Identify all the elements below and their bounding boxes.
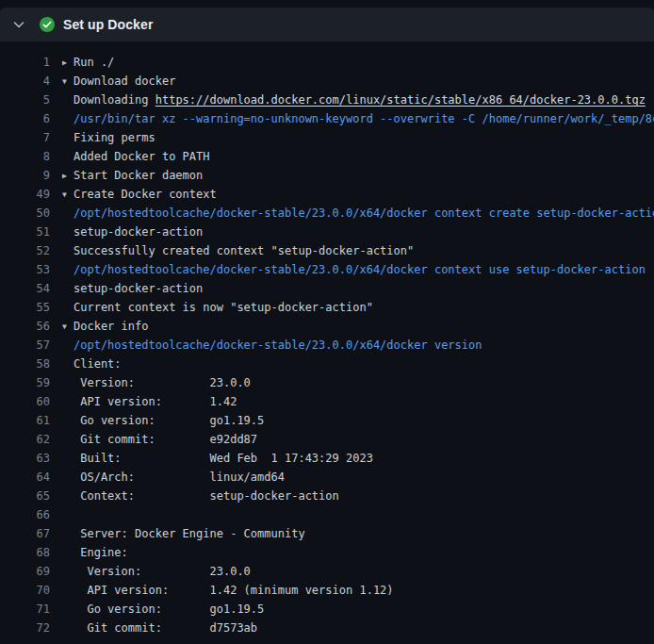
step-header[interactable]: Set up Docker xyxy=(0,8,654,41)
log-line: 64 OS/Arch: linux/amd64 xyxy=(0,468,654,487)
line-number[interactable]: 65 xyxy=(0,487,50,505)
group-collapsed-icon[interactable]: ▶ xyxy=(62,54,74,73)
group-expanded-icon[interactable]: ▼ xyxy=(62,73,74,91)
line-number[interactable]: 7 xyxy=(0,128,50,147)
log-segment-text: Run ./ xyxy=(74,56,114,69)
log-text: OS/Arch: linux/amd64 xyxy=(62,468,285,487)
log-line: 7Fixing perms xyxy=(0,128,654,147)
log-line: 9▶Start Docker daemon xyxy=(0,166,654,185)
log-text: Downloading https://download.docker.com/… xyxy=(62,91,646,109)
line-number[interactable]: 56 xyxy=(0,317,50,336)
log-text: Engine: xyxy=(62,543,128,562)
line-number[interactable]: 66 xyxy=(0,505,50,524)
log-segment-text: Create Docker context xyxy=(74,188,217,201)
line-number[interactable]: 67 xyxy=(0,524,50,543)
line-number[interactable]: 61 xyxy=(0,411,50,430)
log-text: API version: 1.42 xyxy=(62,392,237,411)
line-number[interactable]: 49 xyxy=(0,185,50,204)
log-segment-command: /opt/hostedtoolcache/docker-stable/23.0.… xyxy=(74,206,654,220)
group-collapsed-icon[interactable]: ▶ xyxy=(62,167,74,186)
log-segment-text: Successfully created context "setup-dock… xyxy=(74,244,414,257)
log-segment-link[interactable]: https://download.docker.com/linux/static… xyxy=(155,93,646,107)
line-number[interactable]: 58 xyxy=(0,355,50,373)
log-text: Server: Docker Engine - Community xyxy=(62,524,305,543)
log-text: Context: setup-docker-action xyxy=(62,487,339,505)
log-text: Version: 23.0.0 xyxy=(62,373,251,392)
log-group-header[interactable]: ▼Docker info xyxy=(62,317,148,336)
log-segment-text: Built: Wed Feb 1 17:43:29 2023 xyxy=(74,452,373,465)
line-number[interactable]: 53 xyxy=(0,260,50,279)
log-line: 60 API version: 1.42 xyxy=(0,392,654,411)
line-number[interactable]: 6 xyxy=(0,109,50,128)
line-number[interactable]: 69 xyxy=(0,562,50,581)
line-number[interactable]: 5 xyxy=(0,91,50,109)
log-segment-text: Docker info xyxy=(74,320,148,333)
line-number[interactable]: 62 xyxy=(0,430,50,449)
log-text: Git commit: d7573ab xyxy=(62,619,257,637)
log-text: API version: 1.42 (minimum version 1.12) xyxy=(62,581,394,600)
log-segment-text: Git commit: d7573ab xyxy=(74,621,257,635)
line-number[interactable]: 70 xyxy=(0,581,50,600)
group-expanded-icon[interactable]: ▼ xyxy=(62,318,74,337)
line-number[interactable]: 9 xyxy=(0,166,50,185)
line-number[interactable]: 55 xyxy=(0,298,50,317)
log-line: 49▼Create Docker context xyxy=(0,185,654,204)
chevron-down-icon[interactable] xyxy=(11,17,26,32)
log-line: 5Downloading https://download.docker.com… xyxy=(0,91,654,109)
line-number[interactable]: 8 xyxy=(0,147,50,166)
log-line: 55Current context is now "setup-docker-a… xyxy=(0,298,654,317)
log-text: Added Docker to PATH xyxy=(62,147,210,166)
log-line: 67 Server: Docker Engine - Community xyxy=(0,524,654,543)
log-line: 57/opt/hostedtoolcache/docker-stable/23.… xyxy=(0,336,654,355)
log-group-header[interactable]: ▶Run ./ xyxy=(62,53,114,72)
log-segment-text: setup-docker-action xyxy=(74,225,203,239)
log-line: 6/usr/bin/tar xz --warning=no-unknown-ke… xyxy=(0,109,654,128)
log-text: /opt/hostedtoolcache/docker-stable/23.0.… xyxy=(62,260,646,279)
line-number[interactable]: 59 xyxy=(0,373,50,392)
log-line: 72 Git commit: d7573ab xyxy=(0,619,654,637)
step-title: Set up Docker xyxy=(63,17,153,32)
log-text: setup-docker-action xyxy=(62,279,203,298)
log-line: 62 Git commit: e92dd87 xyxy=(0,430,654,449)
log-segment-command: /usr/bin/tar xz --warning=no-unknown-key… xyxy=(74,112,654,125)
line-number[interactable]: 51 xyxy=(0,223,50,241)
log-segment-command: /opt/hostedtoolcache/docker-stable/23.0.… xyxy=(74,339,482,352)
log-segment-text: Engine: xyxy=(74,546,128,559)
log-line: 69 Version: 23.0.0 xyxy=(0,562,654,581)
group-expanded-icon[interactable]: ▼ xyxy=(62,186,74,205)
log-line: 53/opt/hostedtoolcache/docker-stable/23.… xyxy=(0,260,654,279)
log-line: 61 Go version: go1.19.5 xyxy=(0,411,654,430)
log-segment-text: Version: 23.0.0 xyxy=(74,565,251,578)
log-group-header[interactable]: ▼Create Docker context xyxy=(62,185,217,204)
log-line: 1▶Run ./ xyxy=(0,53,654,72)
line-number[interactable]: 64 xyxy=(0,468,50,487)
log-text: Built: Wed Feb 1 17:43:29 2023 xyxy=(62,449,373,468)
log-line: 51setup-docker-action xyxy=(0,223,654,241)
line-number[interactable]: 57 xyxy=(0,336,50,355)
line-number[interactable]: 52 xyxy=(0,241,50,260)
log-line: 8Added Docker to PATH xyxy=(0,147,654,166)
line-number[interactable]: 1 xyxy=(0,53,50,72)
line-number[interactable]: 71 xyxy=(0,600,50,619)
log-group-header[interactable]: ▼Download docker xyxy=(62,72,175,91)
line-number[interactable]: 50 xyxy=(0,204,50,223)
log-segment-text: OS/Arch: linux/amd64 xyxy=(74,471,285,484)
line-number[interactable]: 54 xyxy=(0,279,50,298)
log-segment-text: Version: 23.0.0 xyxy=(74,376,251,389)
log-segment-text: Server: Docker Engine - Community xyxy=(74,527,305,540)
line-number[interactable]: 63 xyxy=(0,449,50,468)
log-line: 63 Built: Wed Feb 1 17:43:29 2023 xyxy=(0,449,654,468)
line-number[interactable]: 4 xyxy=(0,72,50,91)
log-line: 70 API version: 1.42 (minimum version 1.… xyxy=(0,581,654,600)
log-line: 54setup-docker-action xyxy=(0,279,654,298)
log-text: Current context is now "setup-docker-act… xyxy=(62,298,373,317)
line-number[interactable]: 60 xyxy=(0,392,50,411)
log-text: Git commit: e92dd87 xyxy=(62,430,257,449)
line-number[interactable]: 72 xyxy=(0,619,50,637)
log-text: Fixing perms xyxy=(62,128,155,147)
log-line: 65 Context: setup-docker-action xyxy=(0,487,654,505)
log-segment-text: Client: xyxy=(74,357,122,371)
log-group-header[interactable]: ▶Start Docker daemon xyxy=(62,166,203,185)
log-segment-text: Added Docker to PATH xyxy=(74,150,210,163)
line-number[interactable]: 68 xyxy=(0,543,50,562)
